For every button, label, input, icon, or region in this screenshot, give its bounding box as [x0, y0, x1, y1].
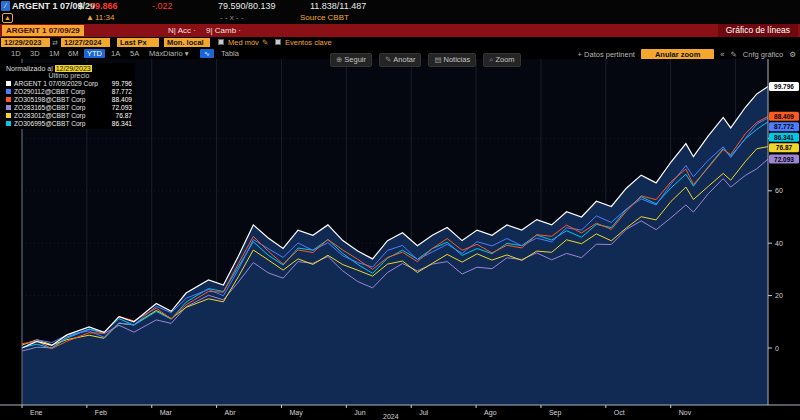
alert-icon[interactable]: ▲ — [2, 13, 13, 23]
price-tag-value: 87.772 — [774, 123, 794, 130]
y-tick-label: 40 — [775, 240, 783, 247]
swap-dates-icon[interactable]: ⇄ — [52, 38, 58, 47]
legend-item[interactable]: ZO283012@CBBT Corp76.87 — [6, 111, 132, 119]
datos-pertinent-button[interactable]: + Datos pertinent — [578, 50, 635, 59]
range-tab-ytd[interactable]: YTD — [84, 49, 105, 58]
normalized-label: Normalizado al 12/29/2023 — [6, 65, 132, 72]
normalized-date[interactable]: 12/29/2023 — [55, 65, 92, 72]
x-tick-label: Nov — [679, 409, 692, 416]
screen-title: Gráfico de líneas — [718, 24, 798, 37]
x-tick-label: Jul — [419, 409, 428, 416]
up-arrow-icon: ↑ — [84, 1, 89, 11]
time-arrow-icon: ▲ — [86, 13, 94, 22]
legend-swatch — [6, 121, 11, 126]
eventos-label[interactable]: Eventos clave — [285, 38, 332, 47]
range-tab-3d[interactable]: 3D — [27, 49, 43, 58]
legend-item[interactable]: ZO306995@CBBT Corp86.341 — [6, 119, 132, 127]
price-source: Source CBBT — [300, 13, 349, 22]
legend-value: 87.772 — [112, 88, 132, 95]
legend-swatch — [6, 113, 11, 118]
legend-value: 88.409 — [112, 96, 132, 103]
med-mov-label[interactable]: Med móv — [228, 38, 259, 47]
security-icon[interactable]: ∕ — [1, 1, 10, 11]
menu-bar: ARGENT 1 07/09/29 N| Acc · 9| Camb · Grá… — [0, 24, 800, 37]
legend-name: ZO283012@CBBT Corp — [14, 112, 112, 119]
range-tab-1m[interactable]: 1M — [46, 49, 62, 58]
legend-item[interactable]: ZO290112@CBBT Corp87.772 — [6, 87, 132, 95]
date-to-input[interactable]: 12/27/2024 — [61, 38, 110, 47]
x-tick-label: Mar — [160, 409, 173, 416]
x-tick-label: Oct — [614, 409, 625, 416]
currency-select[interactable]: Mon. local — [164, 38, 210, 47]
chart-settings-toolbar: 12/29/2023 ⇄ 12/27/2024 Last Px Mon. loc… — [0, 37, 800, 48]
price-tag-value: 72.093 — [774, 156, 794, 163]
year-label: 2024 — [383, 413, 399, 420]
chart-type-icon[interactable]: ∿ — [200, 49, 214, 58]
range-tab-6m[interactable]: 6M — [65, 49, 81, 58]
legend-item[interactable]: ZO283165@CBBT Corp72.093 — [6, 103, 132, 111]
collapse-icon[interactable]: « — [720, 50, 724, 59]
last-price: 79.866 — [90, 1, 118, 11]
legend-value: 76.87 — [115, 112, 132, 119]
quote-time: 11:34 — [95, 13, 114, 22]
y-tick-label: 60 — [775, 187, 783, 194]
gear-icon[interactable]: ⚙ — [789, 50, 796, 59]
range-tab-máx[interactable]: Máx — [146, 49, 166, 58]
noticias-icon: ▤ — [434, 55, 441, 64]
eventos-checkbox[interactable] — [275, 39, 281, 45]
zoom-button[interactable]: ⌕Zoom — [483, 53, 520, 67]
x-tick-label: Feb — [95, 409, 107, 416]
price-tag-value: 76.87 — [776, 144, 793, 151]
bid-ask: 79.590/80.139 — [218, 1, 276, 11]
dollar-sign: $ — [78, 1, 83, 11]
anotar-icon: ✎ — [385, 55, 391, 64]
med-mov-checkbox[interactable] — [218, 39, 224, 45]
price-tag-value: 88.409 — [774, 113, 794, 120]
edit-chart-icon[interactable]: ✎ — [731, 50, 737, 59]
price-tag-value: 86.341 — [774, 134, 794, 141]
y-tick-label: 20 — [775, 292, 783, 299]
cnfg-grafico-button[interactable]: Cnfg gráfico — [743, 50, 783, 59]
x-tick-label: Ene — [30, 409, 43, 416]
price-chart[interactable]: Normalizado al 12/29/2023 Último precio … — [0, 59, 800, 420]
price-change: -.022 — [152, 1, 173, 11]
security-tab[interactable]: ARGENT 1 07/09/29 — [2, 25, 84, 36]
seguir-icon: ⊕ — [336, 55, 342, 64]
title-bar: ∕ ARGENT 1 07/09/29 $ ↑ 79.866 -.022 79.… — [0, 0, 800, 13]
legend-swatch — [6, 97, 11, 102]
legend-name: ZO305198@CBBT Corp — [14, 96, 109, 103]
legend-item[interactable]: ARGENT 1 07/09/2029 Corp99.796 — [6, 79, 132, 87]
x-tick-label: Abr — [225, 409, 237, 416]
legend-swatch — [6, 89, 11, 94]
range-tab-5a[interactable]: 5A — [127, 49, 142, 58]
legend-name: ZO290112@CBBT Corp — [14, 88, 109, 95]
date-from-input[interactable]: 12/29/2023 — [1, 38, 50, 47]
noticias-button[interactable]: ▤Noticias — [428, 53, 476, 67]
chart-legend: Normalizado al 12/29/2023 Último precio … — [3, 63, 135, 129]
legend-swatch — [6, 105, 11, 110]
x-tick-label: Sep — [549, 409, 562, 417]
yield-bid-ask: 11.838/11.487 — [310, 1, 366, 11]
seguir-button[interactable]: ⊕Seguir — [330, 53, 372, 67]
legend-item[interactable]: ZO305198@CBBT Corp88.409 — [6, 95, 132, 103]
legend-header: Último precio — [6, 72, 132, 79]
anotar-button[interactable]: ✎Anotar — [379, 53, 421, 67]
menu-acciones[interactable]: N| Acc · — [168, 25, 196, 36]
legend-swatch — [6, 81, 11, 86]
legend-value: 86.341 — [112, 120, 132, 127]
menu-cambiar[interactable]: 9| Camb · — [206, 25, 241, 36]
chart-tool-buttons: ⊕Seguir✎Anotar▤Noticias⌕Zoom — [330, 53, 521, 67]
table-button[interactable]: Tabla — [218, 49, 242, 58]
legend-value: 99.796 — [112, 80, 132, 87]
x-tick-label: May — [289, 409, 303, 417]
range-tab-1d[interactable]: 1D — [8, 49, 24, 58]
med-mov-pencil-icon[interactable]: ✎ — [262, 38, 268, 47]
x-tick-label: Ago — [484, 409, 497, 417]
legend-value: 72.093 — [112, 104, 132, 111]
range-tab-1a[interactable]: 1A — [108, 49, 123, 58]
legend-name: ARGENT 1 07/09/2029 Corp — [14, 80, 109, 87]
price-tag-value: 99.796 — [774, 83, 794, 90]
price-field-select[interactable]: Last Px — [117, 38, 159, 47]
session-dashes: - - x - - — [220, 13, 244, 22]
x-tick-label: Jun — [354, 409, 365, 416]
